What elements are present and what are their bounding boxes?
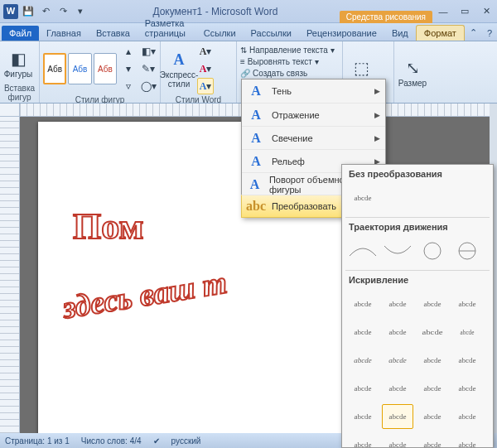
- ribbon-tabs: Файл Главная Вставка Разметка страницы С…: [0, 23, 497, 41]
- tab-mailings[interactable]: Рассылки: [244, 26, 299, 41]
- warp-23[interactable]: abcde: [417, 432, 448, 448]
- warp-12[interactable]: abcde: [451, 348, 483, 373]
- close-button[interactable]: ✕: [475, 4, 497, 19]
- shape-style-3[interactable]: Абв: [94, 53, 117, 84]
- bevel-icon: A: [247, 152, 265, 171]
- window-title: Документ1 - Microsoft Word: [91, 6, 340, 17]
- warp-1[interactable]: abcde: [347, 291, 379, 316]
- warp-20[interactable]: abcde: [451, 404, 483, 429]
- create-link-button[interactable]: 🔗Создать связь: [240, 69, 307, 78]
- ruler-vertical[interactable]: [0, 117, 20, 433]
- gallery-up-icon[interactable]: ▴: [120, 43, 137, 60]
- quick-styles-icon: A: [168, 49, 190, 70]
- save-icon[interactable]: 💾: [21, 4, 36, 19]
- tab-view[interactable]: Вид: [384, 26, 416, 41]
- warp-15[interactable]: abcde: [417, 376, 448, 401]
- warp-21[interactable]: abcde: [347, 432, 379, 448]
- minimize-button[interactable]: —: [432, 4, 454, 19]
- status-proofing-icon[interactable]: ✔: [153, 436, 160, 446]
- quick-styles-button[interactable]: AЭкспресс- стили: [164, 49, 194, 89]
- text-direction-button[interactable]: ⇅Направление текста ▾: [240, 46, 335, 55]
- ruler-corner: [0, 104, 20, 117]
- align-text-button[interactable]: ≡Выровнять текст ▾: [240, 57, 319, 66]
- tab-page-layout[interactable]: Разметка страницы: [138, 16, 196, 41]
- warp-16[interactable]: abcde: [451, 376, 483, 401]
- menu-shadow[interactable]: AТень▶: [242, 79, 385, 103]
- quick-access-toolbar: W 💾 ↶ ↷ ▾: [0, 4, 91, 19]
- flyout-header-warp: Искривление: [342, 271, 493, 290]
- ribbon-minimize-icon[interactable]: ⌃: [465, 25, 482, 41]
- warp-19[interactable]: abcde: [417, 404, 448, 429]
- transform-flyout: Без преобразования abcde Траектория движ…: [341, 164, 494, 448]
- align-text-icon: ≡: [240, 57, 245, 66]
- text-fill-icon[interactable]: A▾: [197, 43, 214, 60]
- path-button[interactable]: [451, 238, 483, 263]
- menu-glow[interactable]: AСвечение▶: [242, 126, 385, 149]
- size-icon: ⤡: [402, 57, 423, 79]
- chevron-right-icon: ▶: [374, 87, 380, 95]
- warp-5[interactable]: abcde: [347, 320, 379, 344]
- warp-6[interactable]: abcde: [382, 320, 413, 344]
- warp-18-selected[interactable]: abcde: [382, 404, 413, 429]
- status-page[interactable]: Страница: 1 из 1: [5, 436, 70, 446]
- warp-8[interactable]: abcde: [455, 320, 480, 344]
- wordart-text-2[interactable]: здесь ваш т: [60, 267, 229, 324]
- wordart-text-1[interactable]: Пом: [73, 209, 143, 245]
- status-word-count[interactable]: Число слов: 4/4: [81, 436, 142, 446]
- shadow-icon: A: [247, 82, 265, 100]
- status-language[interactable]: русский: [171, 436, 201, 446]
- text-direction-icon: ⇅: [240, 46, 247, 55]
- chevron-right-icon: ▶: [374, 111, 380, 119]
- warp-24[interactable]: abcde: [451, 432, 483, 448]
- transform-icon: abc: [247, 197, 265, 215]
- redo-icon[interactable]: ↷: [55, 4, 70, 19]
- text-effects-icon[interactable]: A▾: [197, 78, 214, 94]
- warp-4[interactable]: abcde: [451, 291, 483, 316]
- undo-icon[interactable]: ↶: [38, 4, 53, 19]
- warp-9[interactable]: abcde: [347, 348, 379, 373]
- size-button[interactable]: ⤡Размер: [398, 57, 427, 88]
- warp-22[interactable]: abcde: [382, 432, 413, 448]
- shape-effects-icon[interactable]: ◯▾: [140, 78, 157, 94]
- path-circle[interactable]: [417, 238, 448, 263]
- tab-home[interactable]: Главная: [39, 26, 89, 41]
- contextual-tab-label: Средства рисования: [340, 11, 432, 23]
- link-icon: 🔗: [240, 69, 250, 78]
- tab-review[interactable]: Рецензирование: [299, 26, 384, 41]
- restore-button[interactable]: ▭: [454, 4, 475, 19]
- warp-7[interactable]: abcde: [413, 320, 451, 344]
- shapes-icon: ◧: [7, 48, 29, 70]
- path-arch[interactable]: [347, 238, 379, 263]
- group-insert-shapes-label: Вставка фигур: [3, 83, 36, 102]
- shape-outline-icon[interactable]: ✎▾: [140, 60, 157, 77]
- tab-format[interactable]: Формат: [416, 25, 465, 41]
- shape-style-1[interactable]: Абв: [43, 53, 66, 84]
- gallery-more-icon[interactable]: ▿: [120, 78, 137, 94]
- tab-insert[interactable]: Вставка: [89, 26, 138, 41]
- warp-10[interactable]: abcde: [382, 348, 413, 373]
- warp-14[interactable]: abcde: [382, 376, 413, 401]
- help-icon[interactable]: ?: [482, 26, 497, 41]
- tab-references[interactable]: Ссылки: [196, 26, 244, 41]
- title-bar: W 💾 ↶ ↷ ▾ Документ1 - Microsoft Word Сре…: [0, 0, 497, 23]
- glow-icon: A: [247, 129, 265, 147]
- warp-17[interactable]: abcde: [347, 404, 379, 429]
- shape-style-2[interactable]: Абв: [68, 53, 91, 84]
- flyout-header-path: Траектория движения: [342, 218, 493, 237]
- tab-file[interactable]: Файл: [2, 26, 39, 41]
- qat-more-icon[interactable]: ▾: [73, 4, 88, 19]
- warp-13[interactable]: abcde: [347, 376, 379, 401]
- menu-reflection[interactable]: AОтражение▶: [242, 103, 385, 126]
- gallery-down-icon[interactable]: ▾: [120, 60, 137, 77]
- reflection-icon: A: [247, 106, 265, 124]
- shapes-button[interactable]: ◧Фигуры: [3, 48, 33, 79]
- warp-2[interactable]: abcde: [382, 291, 413, 316]
- warp-11[interactable]: abcde: [417, 348, 448, 373]
- svg-point-0: [424, 243, 441, 259]
- text-outline-icon[interactable]: A▾: [197, 60, 214, 77]
- transform-none[interactable]: abcde: [347, 185, 379, 210]
- word-app-icon[interactable]: W: [3, 4, 18, 19]
- warp-3[interactable]: abcde: [417, 291, 448, 316]
- shape-fill-icon[interactable]: ◧▾: [140, 43, 157, 60]
- path-arch-down[interactable]: [382, 238, 413, 263]
